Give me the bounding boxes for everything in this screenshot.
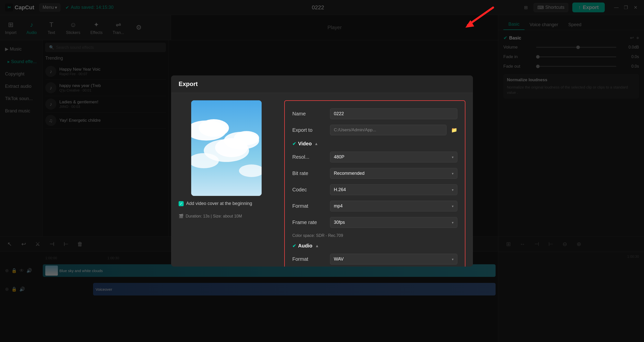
- codec-select[interactable]: H.264 ▾: [330, 184, 457, 195]
- export-path-display: C:/Users/Admin/App...: [330, 125, 447, 135]
- format-label: Format: [292, 203, 328, 209]
- folder-icon[interactable]: 📁: [451, 127, 457, 133]
- format-select[interactable]: mp4 ▾: [330, 201, 457, 211]
- add-cover-row: ✓ Add video cover at the beginning: [179, 201, 274, 206]
- name-input[interactable]: [330, 108, 457, 119]
- preview-image: [191, 100, 262, 196]
- video-check-icon: ✔: [292, 141, 296, 147]
- framerate-label: Frame rate: [292, 220, 328, 225]
- chevron-down-icon: ▾: [452, 155, 454, 159]
- name-row: Name: [292, 108, 457, 119]
- framerate-select[interactable]: 30fps ▾: [330, 217, 457, 228]
- dialog-title: Export: [171, 75, 473, 93]
- add-cover-label: Add video cover at the beginning: [186, 201, 252, 206]
- bitrate-label: Bit rate: [292, 170, 328, 176]
- chevron-down-icon: ▾: [452, 221, 454, 225]
- export-to-label: Export to: [292, 127, 328, 133]
- dialog-body: ✓ Add video cover at the beginning 🎬 Dur…: [171, 93, 473, 267]
- framerate-row: Frame rate 30fps ▾: [292, 217, 457, 228]
- chevron-down-icon: ▾: [452, 172, 454, 176]
- chevron-down-icon: ▾: [452, 204, 454, 208]
- resolution-label: Resol...: [292, 154, 328, 160]
- bitrate-select[interactable]: Recommended ▾: [330, 168, 457, 179]
- svg-point-6: [215, 138, 248, 157]
- audio-check-icon: ✔: [292, 243, 296, 249]
- codec-label: Codec: [292, 187, 328, 193]
- audio-section-label: Audio: [298, 243, 312, 249]
- export-overlay: Export: [0, 0, 644, 342]
- export-to-row: Export to C:/Users/Admin/App... 📁: [292, 125, 457, 135]
- export-settings: Name Export to C:/Users/Admin/App... 📁 ✔…: [284, 100, 465, 267]
- preview-svg: [191, 100, 262, 196]
- film-icon: 🎬: [179, 214, 184, 219]
- add-cover-checkbox[interactable]: ✓: [179, 201, 184, 206]
- audio-format-label: Format: [292, 256, 328, 262]
- audio-format-select[interactable]: WAV ▾: [330, 254, 457, 265]
- video-section-label: Video: [298, 141, 312, 147]
- dialog-preview: ✓ Add video cover at the beginning 🎬 Dur…: [179, 100, 274, 267]
- color-space: Color space: SDR - Rec.709: [292, 233, 457, 238]
- export-dialog: Export: [171, 75, 473, 267]
- duration-info: 🎬 Duration: 13s | Size: about 10M: [179, 214, 274, 219]
- bitrate-row: Bit rate Recommended ▾: [292, 168, 457, 179]
- audio-format-row: Format WAV ▾: [292, 254, 457, 265]
- chevron-down-icon: ▾: [452, 188, 454, 192]
- svg-point-2: [199, 119, 229, 137]
- video-section-header: ✔ Video ▴: [292, 141, 457, 147]
- name-label: Name: [292, 111, 328, 117]
- chevron-down-icon: ▾: [452, 257, 454, 261]
- resolution-select[interactable]: 480P ▾: [330, 152, 457, 162]
- resolution-row: Resol... 480P ▾: [292, 152, 457, 162]
- codec-row: Codec H.264 ▾: [292, 184, 457, 195]
- format-row: Format mp4 ▾: [292, 201, 457, 211]
- audio-section-header: ✔ Audio ▴: [292, 243, 457, 249]
